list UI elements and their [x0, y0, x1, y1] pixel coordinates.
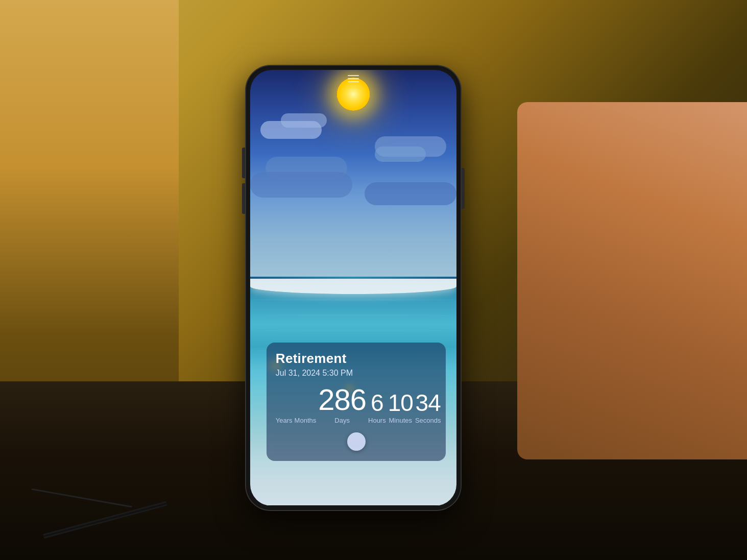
cloud-6 — [250, 172, 352, 198]
hours-value: 6 — [371, 391, 383, 415]
hand-area — [517, 102, 747, 459]
seconds-value: 34 — [416, 391, 441, 415]
countdown-values: Years Months 286 Days 6 Hours — [276, 385, 437, 424]
hamburger-menu[interactable] — [348, 75, 359, 82]
phone-screen: Retirement Jul 31, 2024 5:30 PM Years Mo… — [250, 70, 456, 506]
hours-label: Hours — [368, 417, 386, 424]
minutes-unit: 10 Minutes — [388, 391, 413, 424]
years-label: Years — [276, 417, 293, 424]
ripple-2 — [250, 314, 456, 316]
phone-wrapper: Retirement Jul 31, 2024 5:30 PM Years Mo… — [246, 66, 461, 510]
sky-background — [250, 70, 456, 279]
countdown-widget[interactable]: Retirement Jul 31, 2024 5:30 PM Years Mo… — [267, 343, 446, 461]
phone-case: Retirement Jul 31, 2024 5:30 PM Years Mo… — [246, 66, 461, 510]
menu-bar-1 — [348, 75, 359, 76]
minutes-label: Minutes — [389, 417, 413, 424]
months-unit: Months — [295, 415, 317, 424]
menu-bar-2 — [348, 78, 359, 79]
cloud-4 — [375, 147, 426, 162]
widget-title: Retirement — [276, 351, 437, 367]
cloud-7 — [365, 182, 456, 205]
wave-top — [250, 279, 456, 294]
days-unit: 286 Days — [318, 385, 366, 424]
menu-bar-3 — [348, 81, 359, 82]
days-value: 286 — [318, 385, 366, 415]
scroll-indicator — [276, 432, 437, 451]
ripple-1 — [250, 299, 456, 301]
minutes-value: 10 — [388, 391, 413, 415]
scroll-dot — [347, 432, 366, 451]
cloud-2 — [281, 113, 327, 128]
seconds-unit: 34 Seconds — [415, 391, 441, 424]
seconds-label: Seconds — [415, 417, 441, 424]
hours-unit: 6 Hours — [368, 391, 386, 424]
ocean-background: Retirement Jul 31, 2024 5:30 PM Years Mo… — [250, 279, 456, 505]
months-label: Months — [295, 417, 317, 424]
widget-date: Jul 31, 2024 5:30 PM — [276, 369, 437, 378]
ripple-3 — [250, 330, 456, 331]
days-label: Days — [334, 417, 350, 424]
sun — [336, 78, 370, 111]
years-unit: Years — [276, 415, 293, 424]
